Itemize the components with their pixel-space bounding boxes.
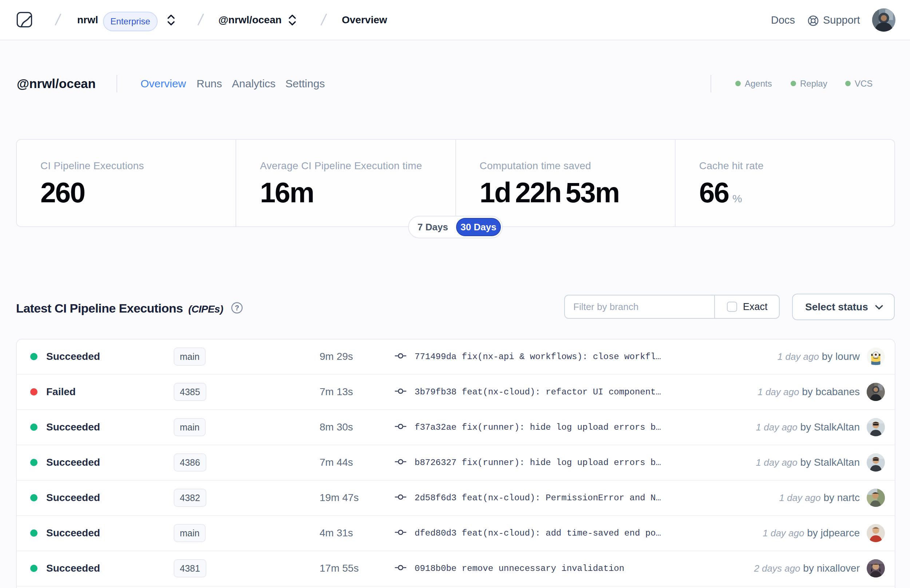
svg-text:?: ? xyxy=(235,304,239,312)
